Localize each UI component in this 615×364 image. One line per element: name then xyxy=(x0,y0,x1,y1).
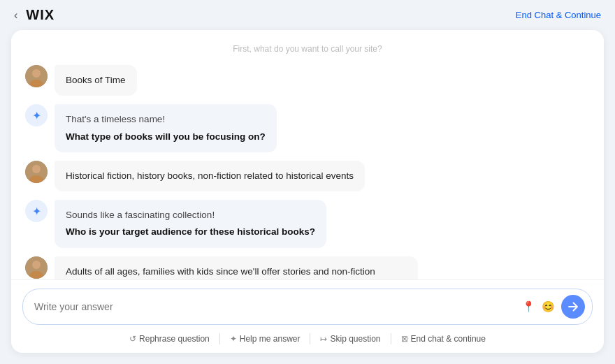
end-chat-continue-action-button[interactable]: ⊠ End chat & continue xyxy=(394,330,493,347)
user-message-text: Adults of all ages, families with kids s… xyxy=(66,266,375,280)
message-row: Books of Time xyxy=(25,65,590,96)
ai-question: Who is your target audience for these hi… xyxy=(66,225,315,239)
svg-point-7 xyxy=(32,261,41,269)
pin-icon[interactable]: 📍 xyxy=(521,299,536,314)
help-label: Help me answer xyxy=(240,334,301,344)
chat-container: First, what do you want to call your sit… xyxy=(11,30,604,353)
send-button[interactable] xyxy=(561,295,585,319)
divider xyxy=(310,333,310,344)
ai-question: What type of books will you be focusing … xyxy=(66,130,266,144)
end-chat-label: End chat & continue xyxy=(411,334,486,344)
ai-greeting: Sounds like a fascinating collection! xyxy=(66,208,315,222)
help-icon: ✦ xyxy=(230,334,237,344)
action-buttons: ↺ Rephrase question ✦ Help me answer ↦ S… xyxy=(22,330,593,347)
avatar-image xyxy=(25,161,48,183)
send-icon xyxy=(568,302,578,312)
ai-avatar: ✦ xyxy=(25,104,48,126)
user-message-text: Books of Time xyxy=(66,75,126,85)
skip-question-button[interactable]: ↦ Skip question xyxy=(313,330,387,347)
end-chat-continue-button[interactable]: End Chat & Continue xyxy=(516,10,601,20)
input-area: 📍 😊 ↺ Rephrase question ✦ Help me a xyxy=(11,279,604,353)
input-row: 📍 😊 xyxy=(22,289,593,325)
user-bubble: Books of Time xyxy=(55,65,137,96)
faded-previous-message: First, what do you want to call your sit… xyxy=(25,41,590,57)
skip-label: Skip question xyxy=(330,334,380,344)
top-bar: ‹ WIX End Chat & Continue xyxy=(0,0,615,30)
emoji-icon[interactable]: 😊 xyxy=(540,299,556,314)
sparkle-icon: ✦ xyxy=(32,205,41,218)
ai-bubble: That's a timeless name! What type of boo… xyxy=(55,104,277,152)
help-me-answer-button[interactable]: ✦ Help me answer xyxy=(223,330,308,347)
message-row: ✦ Sounds like a fascinating collection! … xyxy=(25,200,590,248)
avatar xyxy=(25,161,48,183)
ai-bubble: Sounds like a fascinating collection! Wh… xyxy=(55,200,326,248)
logo: WIX xyxy=(26,7,55,23)
input-icons: 📍 😊 xyxy=(521,299,556,314)
message-row: Adults of all ages, families with kids s… xyxy=(25,256,590,280)
svg-point-4 xyxy=(32,165,41,173)
messages-area: First, what do you want to call your sit… xyxy=(11,30,604,279)
user-bubble: Adults of all ages, families with kids s… xyxy=(55,256,418,280)
user-bubble: Historical fiction, history books, non-f… xyxy=(55,161,365,191)
back-arrow[interactable]: ‹ xyxy=(14,9,17,22)
user-message-text: Historical fiction, history books, non-f… xyxy=(66,170,354,181)
rephrase-question-button[interactable]: ↺ Rephrase question xyxy=(122,330,217,347)
avatar-image xyxy=(25,65,48,87)
avatar xyxy=(25,65,48,87)
rephrase-label: Rephrase question xyxy=(139,334,210,344)
logo-area: ‹ WIX xyxy=(14,7,55,23)
sparkle-icon: ✦ xyxy=(32,109,41,122)
message-row: Historical fiction, history books, non-f… xyxy=(25,161,590,191)
divider xyxy=(391,333,391,344)
svg-point-1 xyxy=(32,69,41,78)
app-window: ‹ WIX End Chat & Continue First, what do… xyxy=(0,0,615,364)
ai-avatar: ✦ xyxy=(25,200,48,222)
end-chat-icon: ⊠ xyxy=(401,334,408,344)
avatar-image xyxy=(25,256,48,279)
message-row: ✦ That's a timeless name! What type of b… xyxy=(25,104,590,152)
divider xyxy=(219,333,220,344)
ai-greeting: That's a timeless name! xyxy=(66,112,266,126)
rephrase-icon: ↺ xyxy=(129,334,136,344)
skip-icon: ↦ xyxy=(320,334,327,344)
answer-input[interactable] xyxy=(34,301,515,312)
avatar xyxy=(25,256,48,279)
